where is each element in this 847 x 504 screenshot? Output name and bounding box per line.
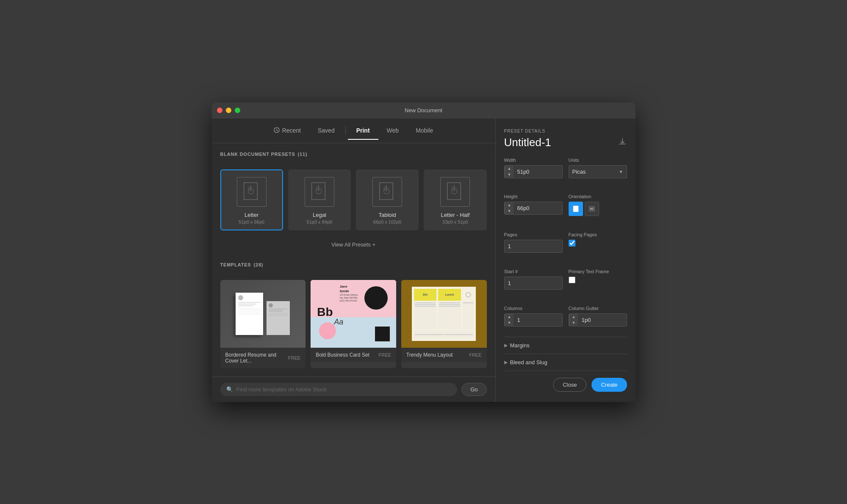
facing-pages-group: Facing Pages <box>569 232 627 263</box>
columns-decrement[interactable]: ▼ <box>505 320 514 326</box>
width-input-wrap: ▲ ▼ <box>504 165 563 178</box>
column-gutter-increment[interactable]: ▲ <box>569 314 578 320</box>
facing-pages-checkbox[interactable] <box>569 240 575 246</box>
columns-label: Columns <box>504 306 563 311</box>
preset-tabloid[interactable]: Tabloid 66p0 x 102p0 <box>356 169 419 230</box>
minimize-window-button[interactable] <box>226 108 231 113</box>
save-icon[interactable] <box>618 137 627 148</box>
templates-count: (28) <box>254 262 264 267</box>
height-input-wrap: ▲ ▼ <box>504 202 563 215</box>
units-select-wrap: Picas Inches Millimeters Centimeters Poi… <box>569 165 627 178</box>
primary-text-frame-checkbox[interactable] <box>569 277 575 283</box>
margins-section[interactable]: ▶ Margins <box>504 337 627 354</box>
preset-letter-half-name: Letter - Half <box>441 212 469 218</box>
columns-input[interactable] <box>514 314 562 326</box>
width-spinners: ▲ ▼ <box>505 166 514 177</box>
preset-details-label: PRESET DETAILS <box>504 129 627 133</box>
templates-section: TEMPLATES (28) <box>220 258 487 368</box>
search-input-wrap: 🔍 <box>220 383 458 396</box>
pages-input-wrap <box>504 240 563 253</box>
svg-rect-5 <box>380 183 393 199</box>
pages-input[interactable] <box>505 240 562 252</box>
facing-pages-label: Facing Pages <box>569 232 627 237</box>
margins-label: Margins <box>510 342 530 349</box>
svg-point-13 <box>590 208 592 210</box>
tab-print-label: Print <box>356 127 370 134</box>
window-title: New Document <box>405 107 442 114</box>
start-input[interactable] <box>505 277 562 289</box>
template-resume-thumb <box>220 280 306 348</box>
clock-icon <box>274 127 280 134</box>
tab-recent-label: Recent <box>282 127 301 134</box>
template-business[interactable]: Bb JaneSmith 123 Empty Address City Stat… <box>311 280 396 368</box>
column-gutter-decrement[interactable]: ▼ <box>569 320 578 326</box>
width-label: Width <box>504 158 563 163</box>
units-select[interactable]: Picas Inches Millimeters Centimeters Poi… <box>569 166 619 178</box>
search-input[interactable] <box>236 386 452 393</box>
width-increment[interactable]: ▲ <box>505 166 514 172</box>
template-menu[interactable]: Din <box>401 280 487 368</box>
preset-letter-thumb <box>237 177 267 207</box>
height-input[interactable] <box>514 202 562 214</box>
bleed-slug-chevron-icon: ▶ <box>504 360 508 365</box>
start-input-wrap <box>504 277 563 290</box>
close-button[interactable]: Close <box>553 378 586 392</box>
template-menu-name: Trendy Menu Layout <box>406 352 453 358</box>
primary-text-frame-group: Primary Text Frame <box>569 269 627 300</box>
units-select-arrow: ▼ <box>619 169 627 174</box>
svg-rect-7 <box>447 183 461 199</box>
nav-tabs: Recent Saved Print Web Mobile <box>212 119 495 143</box>
search-icon: 🔍 <box>226 386 233 393</box>
bleed-slug-label: Bleed and Slug <box>510 359 547 366</box>
tab-mobile-label: Mobile <box>416 127 433 134</box>
tab-saved[interactable]: Saved <box>309 125 343 136</box>
template-menu-thumb: Din <box>401 280 487 348</box>
window-controls <box>217 108 240 113</box>
height-spinners: ▲ ▼ <box>505 202 514 214</box>
columns-increment[interactable]: ▲ <box>505 314 514 320</box>
orientation-portrait-button[interactable] <box>569 202 583 216</box>
height-decrement[interactable]: ▼ <box>505 208 514 214</box>
tab-web[interactable]: Web <box>378 125 408 136</box>
tab-print[interactable]: Print <box>348 125 378 136</box>
template-resume[interactable]: Bordered Resume and Cover Let... FREE <box>220 280 306 368</box>
width-decrement[interactable]: ▼ <box>505 172 514 177</box>
template-resume-name: Bordered Resume and Cover Let... <box>225 352 288 364</box>
template-business-badge: FREE <box>378 352 391 357</box>
orientation-landscape-button[interactable] <box>585 202 599 216</box>
column-gutter-label: Column Gutter <box>569 306 627 311</box>
template-business-footer: Bold Business Card Set FREE <box>311 348 396 362</box>
preset-tabloid-size: 66p0 x 102p0 <box>373 219 402 224</box>
margins-chevron-icon: ▶ <box>504 343 508 348</box>
svg-rect-1 <box>244 183 257 199</box>
start-label: Start # <box>504 269 563 274</box>
primary-text-frame-checkbox-wrap <box>569 277 627 283</box>
preset-tabloid-name: Tabloid <box>379 212 396 218</box>
preset-legal[interactable]: Legal 51p0 x 84p0 <box>288 169 351 230</box>
form-grid: Width ▲ ▼ Units Picas <box>504 158 627 337</box>
preset-letter-half-size: 33p0 x 51p0 <box>442 219 468 224</box>
tab-mobile[interactable]: Mobile <box>407 125 442 136</box>
tab-recent[interactable]: Recent <box>265 125 309 137</box>
svg-rect-14 <box>592 208 593 210</box>
left-panel: Recent Saved Print Web Mobile <box>212 119 496 402</box>
search-bar: 🔍 Go <box>212 377 495 402</box>
column-gutter-input[interactable] <box>578 314 626 326</box>
create-button[interactable]: Create <box>592 378 627 392</box>
preset-legal-name: Legal <box>313 212 326 218</box>
preset-letter[interactable]: Letter 51p0 x 66p0 <box>220 169 283 230</box>
presets-grid: Letter 51p0 x 66p0 <box>220 169 487 230</box>
height-group: Height ▲ ▼ <box>504 194 563 226</box>
width-input[interactable] <box>514 166 562 178</box>
search-go-button[interactable]: Go <box>461 383 486 396</box>
templates-section-title: TEMPLATES <box>220 262 251 267</box>
preset-letter-half[interactable]: Letter - Half 33p0 x 51p0 <box>424 169 486 230</box>
close-window-button[interactable] <box>217 108 222 113</box>
scrollable-content: BLANK DOCUMENT PRESETS (11) <box>212 143 495 377</box>
height-increment[interactable]: ▲ <box>505 202 514 208</box>
columns-spinners: ▲ ▼ <box>505 314 514 326</box>
columns-input-wrap: ▲ ▼ <box>504 313 563 327</box>
view-all-presets-button[interactable]: View All Presets + <box>220 237 487 252</box>
maximize-window-button[interactable] <box>235 108 240 113</box>
bleed-slug-section[interactable]: ▶ Bleed and Slug <box>504 354 627 371</box>
